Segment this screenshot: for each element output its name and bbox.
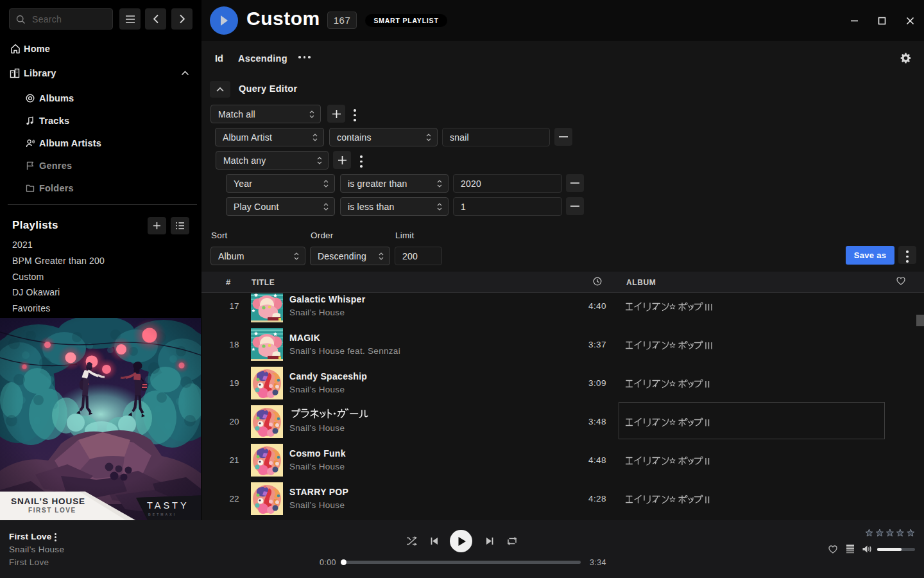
- svg-text:FIRST LOVE: FIRST LOVE: [28, 507, 76, 514]
- svg-text:BETMAXI: BETMAXI: [148, 512, 176, 516]
- svg-text:TASTY: TASTY: [147, 500, 189, 511]
- svg-text:SNAIL’S HOUSE: SNAIL’S HOUSE: [11, 496, 85, 506]
